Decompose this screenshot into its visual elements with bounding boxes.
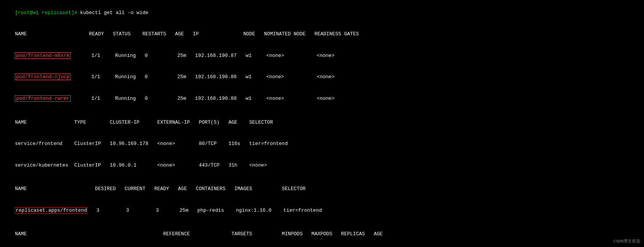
- terminal: [root@w1 replicaset]# kubectl get all -o…: [3, 2, 641, 247]
- csdn-watermark: CSDN博主首选: [614, 238, 640, 244]
- hpa-row-1: horizontalpodautoscaler.autoscaling/fron…: [3, 245, 641, 247]
- command-line-1: [root@w1 replicaset]# kubectl get all -o…: [3, 2, 641, 24]
- pod-row-3: pod/frontend-rwrmr 1/1 Running 0 25m 192…: [3, 88, 641, 110]
- command-1: kubectl get all -o wide: [80, 10, 148, 16]
- pods-header: NAME READY STATUS RESTARTS AGE IP NODE N…: [3, 24, 641, 46]
- rs-header: NAME DESIRED CURRENT READY AGE CONTAINER…: [3, 178, 641, 200]
- rs-name-box: replicaset.apps/frontend: [15, 207, 87, 214]
- prompt-1: [root@w1 replicaset]#: [15, 10, 80, 16]
- svc-row-2: service/kubernetes ClusterIP 10.96.0.1 <…: [3, 155, 641, 176]
- pod-row-1: pod/frontend-m8xrm 1/1 Running 0 25m 192…: [3, 45, 641, 67]
- pod-row-2: pod/frontend-njvcp 1/1 Running 0 25m 192…: [3, 67, 641, 88]
- hpa-header: NAME REFERENCE TARGETS MINPODS MAXPODS R…: [3, 223, 641, 245]
- rs-row-1: replicaset.apps/frontend 3 3 3 25m php-r…: [3, 200, 641, 222]
- svc-row-1: service/frontend ClusterIP 10.96.169.178…: [3, 133, 641, 155]
- svc-header: NAME TYPE CLUSTER-IP EXTERNAL-IP PORT(S)…: [3, 112, 641, 134]
